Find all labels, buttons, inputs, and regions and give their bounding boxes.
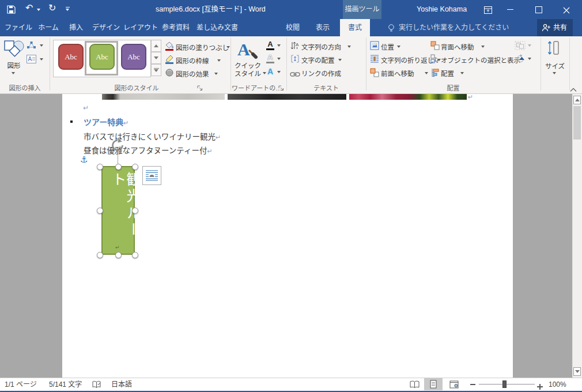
account-user-name[interactable]: Yoshie Kohama	[417, 0, 467, 19]
align-text-dropdown-icon[interactable]	[338, 59, 342, 61]
photo-street[interactable]	[102, 94, 225, 100]
text-direction-label[interactable]: 文字列の方向	[301, 42, 341, 51]
gallery-scroll-up-button[interactable]	[151, 40, 161, 52]
rotate-dropdown-icon[interactable]	[528, 58, 531, 60]
resize-handle-top-right[interactable]	[132, 164, 138, 170]
text-effects-dropdown-icon[interactable]	[277, 71, 281, 73]
wrap-text-button[interactable]	[370, 54, 379, 66]
shape-style-red[interactable]: Abc	[58, 44, 84, 70]
size-dropdown-icon[interactable]	[553, 72, 556, 74]
insert-shapes-button[interactable]	[3, 39, 25, 61]
pilcrow-empty-line[interactable]: ↵	[83, 104, 89, 112]
tab-references[interactable]: 参考資料	[159, 19, 192, 36]
tab-mailings[interactable]: 差し込み文書	[194, 19, 241, 36]
shape-style-green-selected[interactable]: Abc	[89, 44, 115, 70]
selection-pane-label[interactable]: オブジェクトの選択と表示	[441, 55, 520, 65]
tab-design[interactable]: デザイン	[90, 19, 122, 36]
shape-outline-dropdown-icon[interactable]	[217, 59, 221, 62]
wordart-quick-styles-button[interactable]: A	[236, 39, 258, 63]
undo-dropdown-icon[interactable]	[37, 9, 40, 11]
zoom-level[interactable]: 100%	[549, 379, 566, 390]
shape-outline-button[interactable]	[165, 55, 174, 66]
gallery-more-button[interactable]	[151, 64, 161, 76]
group-objects-button-disabled[interactable]	[515, 41, 526, 52]
align-objects-label[interactable]: 配置	[441, 69, 454, 78]
resize-handle-top-center[interactable]	[115, 164, 122, 170]
zoom-slider-track[interactable]	[479, 384, 535, 385]
selection-pane-button[interactable]	[430, 54, 440, 66]
resize-handle-bottom-center[interactable]	[115, 252, 122, 258]
resize-handle-top-left[interactable]	[97, 164, 103, 170]
body-line-2[interactable]: 昼食は優雅なアフタヌーンティー付↵	[84, 144, 213, 156]
shape-outline-label[interactable]: 図形の枠線	[176, 56, 209, 65]
collapse-ribbon-button[interactable]	[570, 84, 577, 95]
tellme-input[interactable]: 実行したい作業を入力してください	[399, 19, 509, 36]
resize-handle-bottom-right[interactable]	[132, 252, 138, 258]
shape-fill-dropdown-icon[interactable]	[226, 46, 230, 48]
draw-textbox-dropdown-icon[interactable]	[40, 58, 43, 61]
create-link-label[interactable]: リンクの作成	[301, 69, 341, 78]
text-effects-button[interactable]: A	[266, 67, 274, 76]
qat-customize-button[interactable]	[66, 7, 70, 11]
maximize-button[interactable]	[535, 6, 542, 13]
proofing-status-button[interactable]	[92, 380, 101, 391]
character-count[interactable]: 5/141 文字	[49, 379, 82, 390]
scroll-up-button[interactable]	[573, 96, 581, 104]
bring-forward-button[interactable]	[370, 68, 379, 80]
shape-style-purple[interactable]: Abc	[121, 44, 146, 70]
resize-handle-middle-left[interactable]	[97, 208, 103, 214]
photo-stone[interactable]	[228, 94, 346, 100]
save-button[interactable]	[7, 5, 16, 16]
align-objects-dropdown-icon[interactable]	[460, 72, 464, 74]
position-label[interactable]: 位置	[381, 42, 394, 51]
shape-fill-button[interactable]	[165, 42, 174, 53]
ribbon-display-options-button[interactable]	[484, 6, 492, 16]
position-dropdown-icon[interactable]	[397, 46, 400, 48]
shape-effects-dropdown-icon[interactable]	[214, 73, 218, 75]
insert-shapes-label[interactable]: 図形	[0, 61, 28, 70]
size-label[interactable]: サイズ	[541, 61, 569, 70]
language-status[interactable]: 日本語	[111, 379, 132, 390]
create-link-button[interactable]	[290, 69, 300, 80]
scrollbar-thumb[interactable]	[573, 106, 581, 140]
bring-forward-dropdown-icon[interactable]	[425, 72, 428, 74]
minimize-button[interactable]	[507, 9, 513, 10]
group-objects-dropdown-icon[interactable]	[528, 44, 531, 47]
text-fill-dropdown-icon[interactable]	[277, 44, 281, 47]
gallery-scroll-down-button[interactable]	[151, 52, 161, 64]
tab-insert[interactable]: 挿入	[65, 19, 88, 36]
zoom-out-button[interactable]	[470, 384, 475, 385]
insert-shapes-dropdown-icon[interactable]	[12, 72, 15, 74]
resize-handle-middle-right[interactable]	[132, 208, 138, 214]
print-layout-button-selected[interactable]	[424, 378, 443, 390]
tab-view[interactable]: 表示	[309, 19, 337, 36]
close-button[interactable]	[563, 6, 570, 16]
scroll-down-button[interactable]	[573, 367, 581, 376]
tab-format-active[interactable]: 書式	[340, 19, 370, 36]
layout-options-button[interactable]	[142, 166, 161, 185]
edit-shape-button[interactable]	[27, 41, 36, 52]
position-button[interactable]	[370, 41, 379, 52]
tab-home[interactable]: ホーム	[35, 19, 62, 36]
rotate-objects-button[interactable]	[516, 54, 526, 66]
redo-button[interactable]: ↻	[48, 0, 56, 17]
shape-styles-dialog-launcher[interactable]	[197, 84, 203, 94]
send-backward-button[interactable]	[430, 41, 440, 52]
shape-effects-button[interactable]	[165, 68, 174, 80]
send-backward-dropdown-icon[interactable]	[481, 46, 485, 48]
web-layout-button[interactable]	[449, 380, 459, 391]
text-direction-button[interactable]: A	[290, 41, 300, 52]
send-backward-label[interactable]: 背面へ移動	[441, 42, 474, 51]
share-button[interactable]: 共有	[537, 19, 573, 36]
wordart-dialog-launcher[interactable]	[278, 84, 285, 94]
resize-handle-bottom-left[interactable]	[97, 252, 103, 258]
edit-shape-dropdown-icon[interactable]	[40, 44, 43, 47]
heading-tour-benefits[interactable]: ツアー特典↵	[84, 116, 129, 127]
rotation-handle[interactable]	[111, 138, 124, 154]
tab-review[interactable]: 校閲	[279, 19, 307, 36]
photo-flowers[interactable]	[349, 94, 467, 100]
shape-effects-label[interactable]: 図形の効果	[176, 69, 209, 78]
draw-textbox-button[interactable]: A	[27, 55, 36, 66]
body-line-1[interactable]: 市バスでは行きにくいワイナリー観光↵	[84, 130, 221, 142]
tab-file[interactable]: ファイル	[5, 19, 32, 36]
